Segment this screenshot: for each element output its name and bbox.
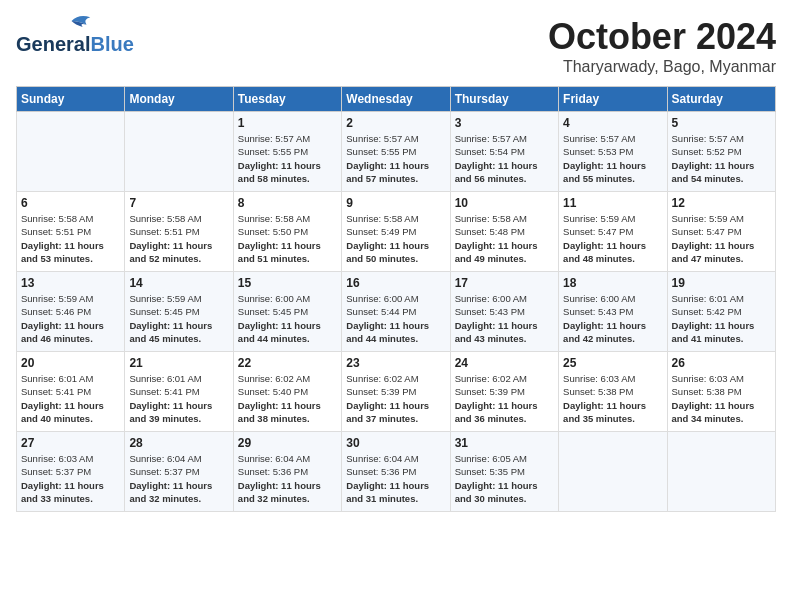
day-number: 21 xyxy=(129,356,228,370)
location-subtitle: Tharyarwady, Bago, Myanmar xyxy=(548,58,776,76)
calendar-cell: 22Sunrise: 6:02 AMSunset: 5:40 PMDayligh… xyxy=(233,352,341,432)
logo: General Blue xyxy=(16,16,134,56)
header-saturday: Saturday xyxy=(667,87,775,112)
calendar-cell: 31Sunrise: 6:05 AMSunset: 5:35 PMDayligh… xyxy=(450,432,558,512)
calendar-cell: 24Sunrise: 6:02 AMSunset: 5:39 PMDayligh… xyxy=(450,352,558,432)
day-info: Sunrise: 5:59 AMSunset: 5:45 PMDaylight:… xyxy=(129,292,228,345)
header-wednesday: Wednesday xyxy=(342,87,450,112)
calendar-cell: 19Sunrise: 6:01 AMSunset: 5:42 PMDayligh… xyxy=(667,272,775,352)
header-friday: Friday xyxy=(559,87,667,112)
day-info: Sunrise: 5:57 AMSunset: 5:54 PMDaylight:… xyxy=(455,132,554,185)
calendar-week-row: 20Sunrise: 6:01 AMSunset: 5:41 PMDayligh… xyxy=(17,352,776,432)
month-year-title: October 2024 xyxy=(548,16,776,58)
calendar-cell: 26Sunrise: 6:03 AMSunset: 5:38 PMDayligh… xyxy=(667,352,775,432)
day-number: 10 xyxy=(455,196,554,210)
day-info: Sunrise: 5:59 AMSunset: 5:47 PMDaylight:… xyxy=(563,212,662,265)
day-number: 6 xyxy=(21,196,120,210)
day-info: Sunrise: 6:00 AMSunset: 5:43 PMDaylight:… xyxy=(455,292,554,345)
calendar-cell: 25Sunrise: 6:03 AMSunset: 5:38 PMDayligh… xyxy=(559,352,667,432)
day-info: Sunrise: 6:03 AMSunset: 5:37 PMDaylight:… xyxy=(21,452,120,505)
day-number: 23 xyxy=(346,356,445,370)
day-info: Sunrise: 6:04 AMSunset: 5:37 PMDaylight:… xyxy=(129,452,228,505)
calendar-header-row: SundayMondayTuesdayWednesdayThursdayFrid… xyxy=(17,87,776,112)
day-info: Sunrise: 6:00 AMSunset: 5:45 PMDaylight:… xyxy=(238,292,337,345)
day-number: 3 xyxy=(455,116,554,130)
day-info: Sunrise: 6:04 AMSunset: 5:36 PMDaylight:… xyxy=(346,452,445,505)
day-number: 13 xyxy=(21,276,120,290)
calendar-week-row: 1Sunrise: 5:57 AMSunset: 5:55 PMDaylight… xyxy=(17,112,776,192)
day-number: 7 xyxy=(129,196,228,210)
day-info: Sunrise: 5:58 AMSunset: 5:51 PMDaylight:… xyxy=(21,212,120,265)
day-number: 17 xyxy=(455,276,554,290)
day-number: 30 xyxy=(346,436,445,450)
calendar-cell: 9Sunrise: 5:58 AMSunset: 5:49 PMDaylight… xyxy=(342,192,450,272)
day-info: Sunrise: 5:59 AMSunset: 5:47 PMDaylight:… xyxy=(672,212,771,265)
title-block: October 2024 Tharyarwady, Bago, Myanmar xyxy=(548,16,776,76)
calendar-cell: 29Sunrise: 6:04 AMSunset: 5:36 PMDayligh… xyxy=(233,432,341,512)
calendar-cell xyxy=(559,432,667,512)
calendar-cell: 8Sunrise: 5:58 AMSunset: 5:50 PMDaylight… xyxy=(233,192,341,272)
calendar-cell: 7Sunrise: 5:58 AMSunset: 5:51 PMDaylight… xyxy=(125,192,233,272)
day-number: 27 xyxy=(21,436,120,450)
day-info: Sunrise: 6:01 AMSunset: 5:41 PMDaylight:… xyxy=(129,372,228,425)
calendar-cell xyxy=(17,112,125,192)
day-info: Sunrise: 5:58 AMSunset: 5:50 PMDaylight:… xyxy=(238,212,337,265)
calendar-cell: 11Sunrise: 5:59 AMSunset: 5:47 PMDayligh… xyxy=(559,192,667,272)
calendar-week-row: 6Sunrise: 5:58 AMSunset: 5:51 PMDaylight… xyxy=(17,192,776,272)
calendar-cell: 2Sunrise: 5:57 AMSunset: 5:55 PMDaylight… xyxy=(342,112,450,192)
day-number: 2 xyxy=(346,116,445,130)
calendar-cell: 13Sunrise: 5:59 AMSunset: 5:46 PMDayligh… xyxy=(17,272,125,352)
day-info: Sunrise: 5:57 AMSunset: 5:55 PMDaylight:… xyxy=(346,132,445,185)
calendar-cell: 20Sunrise: 6:01 AMSunset: 5:41 PMDayligh… xyxy=(17,352,125,432)
day-info: Sunrise: 6:04 AMSunset: 5:36 PMDaylight:… xyxy=(238,452,337,505)
calendar-cell: 1Sunrise: 5:57 AMSunset: 5:55 PMDaylight… xyxy=(233,112,341,192)
day-info: Sunrise: 6:02 AMSunset: 5:39 PMDaylight:… xyxy=(455,372,554,425)
day-info: Sunrise: 6:05 AMSunset: 5:35 PMDaylight:… xyxy=(455,452,554,505)
day-number: 29 xyxy=(238,436,337,450)
day-info: Sunrise: 5:58 AMSunset: 5:51 PMDaylight:… xyxy=(129,212,228,265)
calendar-cell: 14Sunrise: 5:59 AMSunset: 5:45 PMDayligh… xyxy=(125,272,233,352)
day-number: 18 xyxy=(563,276,662,290)
day-info: Sunrise: 5:58 AMSunset: 5:48 PMDaylight:… xyxy=(455,212,554,265)
day-number: 9 xyxy=(346,196,445,210)
day-info: Sunrise: 6:01 AMSunset: 5:42 PMDaylight:… xyxy=(672,292,771,345)
day-info: Sunrise: 6:00 AMSunset: 5:44 PMDaylight:… xyxy=(346,292,445,345)
calendar-week-row: 13Sunrise: 5:59 AMSunset: 5:46 PMDayligh… xyxy=(17,272,776,352)
calendar-cell: 4Sunrise: 5:57 AMSunset: 5:53 PMDaylight… xyxy=(559,112,667,192)
day-number: 8 xyxy=(238,196,337,210)
calendar-cell: 3Sunrise: 5:57 AMSunset: 5:54 PMDaylight… xyxy=(450,112,558,192)
day-number: 4 xyxy=(563,116,662,130)
day-info: Sunrise: 6:00 AMSunset: 5:43 PMDaylight:… xyxy=(563,292,662,345)
day-number: 19 xyxy=(672,276,771,290)
day-info: Sunrise: 6:02 AMSunset: 5:39 PMDaylight:… xyxy=(346,372,445,425)
day-number: 12 xyxy=(672,196,771,210)
calendar-cell: 27Sunrise: 6:03 AMSunset: 5:37 PMDayligh… xyxy=(17,432,125,512)
day-number: 24 xyxy=(455,356,554,370)
calendar-cell: 6Sunrise: 5:58 AMSunset: 5:51 PMDaylight… xyxy=(17,192,125,272)
calendar-cell: 10Sunrise: 5:58 AMSunset: 5:48 PMDayligh… xyxy=(450,192,558,272)
calendar-week-row: 27Sunrise: 6:03 AMSunset: 5:37 PMDayligh… xyxy=(17,432,776,512)
day-number: 5 xyxy=(672,116,771,130)
day-info: Sunrise: 6:03 AMSunset: 5:38 PMDaylight:… xyxy=(672,372,771,425)
day-info: Sunrise: 6:03 AMSunset: 5:38 PMDaylight:… xyxy=(563,372,662,425)
day-info: Sunrise: 5:57 AMSunset: 5:52 PMDaylight:… xyxy=(672,132,771,185)
calendar-cell: 28Sunrise: 6:04 AMSunset: 5:37 PMDayligh… xyxy=(125,432,233,512)
calendar-cell: 21Sunrise: 6:01 AMSunset: 5:41 PMDayligh… xyxy=(125,352,233,432)
day-number: 14 xyxy=(129,276,228,290)
day-number: 1 xyxy=(238,116,337,130)
day-number: 26 xyxy=(672,356,771,370)
day-info: Sunrise: 6:02 AMSunset: 5:40 PMDaylight:… xyxy=(238,372,337,425)
day-number: 25 xyxy=(563,356,662,370)
logo-general: General xyxy=(16,33,90,56)
calendar-cell xyxy=(125,112,233,192)
calendar-cell: 17Sunrise: 6:00 AMSunset: 5:43 PMDayligh… xyxy=(450,272,558,352)
calendar-cell: 16Sunrise: 6:00 AMSunset: 5:44 PMDayligh… xyxy=(342,272,450,352)
day-info: Sunrise: 5:57 AMSunset: 5:55 PMDaylight:… xyxy=(238,132,337,185)
day-number: 16 xyxy=(346,276,445,290)
day-info: Sunrise: 5:58 AMSunset: 5:49 PMDaylight:… xyxy=(346,212,445,265)
calendar-cell: 15Sunrise: 6:00 AMSunset: 5:45 PMDayligh… xyxy=(233,272,341,352)
day-info: Sunrise: 5:57 AMSunset: 5:53 PMDaylight:… xyxy=(563,132,662,185)
day-number: 22 xyxy=(238,356,337,370)
day-info: Sunrise: 6:01 AMSunset: 5:41 PMDaylight:… xyxy=(21,372,120,425)
header-sunday: Sunday xyxy=(17,87,125,112)
